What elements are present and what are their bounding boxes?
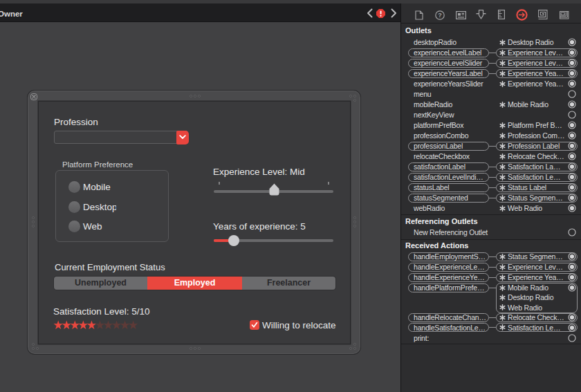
svg-text:?: ? [438,12,442,19]
